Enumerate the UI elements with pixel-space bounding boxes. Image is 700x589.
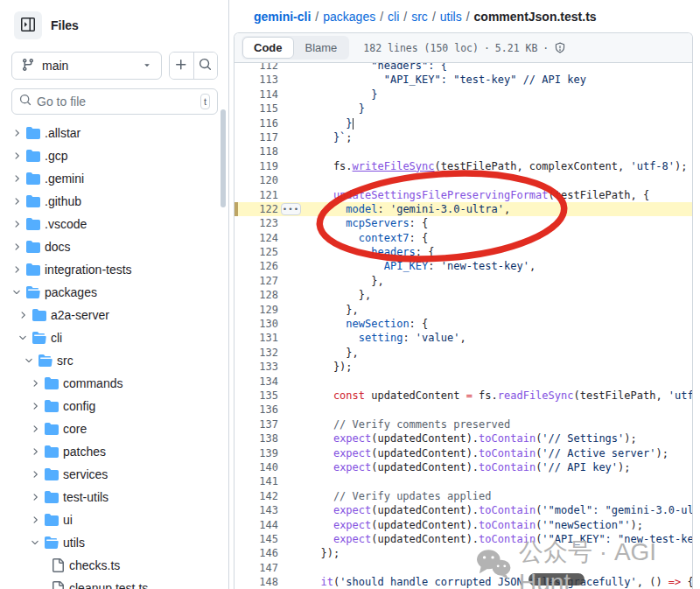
breadcrumb-separator: / [311,10,323,24]
tree-folder-services[interactable]: services [0,463,228,486]
line-gutter [278,88,308,102]
line-gutter [278,331,308,345]
code-line-129: 129 }, [234,303,692,317]
tree-folder-commands[interactable]: commands [0,372,228,395]
line-gutter: ••• [278,202,308,216]
add-file-button[interactable] [170,53,194,79]
line-number[interactable]: 146 [234,546,278,560]
line-number[interactable]: 144 [234,518,278,532]
tree-folder-src[interactable]: src [0,349,228,372]
line-number[interactable]: 120 [234,173,278,187]
line-number[interactable]: 145 [234,532,278,546]
shield-icon[interactable] [554,42,566,54]
tree-folder-config[interactable]: config [0,395,228,417]
folder-icon [32,308,46,322]
line-number[interactable]: 137 [234,417,278,431]
tree-folder-docs[interactable]: docs [0,235,228,258]
chevron-right-icon [30,378,40,389]
line-number[interactable]: 139 [234,446,278,460]
line-number[interactable]: 116 [234,116,278,130]
tree-folder-packages[interactable]: packages [0,281,228,304]
tree-folder--gemini[interactable]: .gemini [0,167,228,190]
breadcrumb-link-packages[interactable]: packages [323,10,375,24]
breadcrumb-link-cli[interactable]: cli [388,10,399,24]
line-actions-button[interactable]: ••• [281,203,301,215]
tree-folder-patches[interactable]: patches [0,440,228,463]
tree-folder--github[interactable]: .github [0,190,228,213]
line-number[interactable]: 130 [234,317,278,331]
chevron-right-icon [11,242,22,252]
tree-item-label: checks.ts [69,558,120,572]
tree-folder-utils[interactable]: utils [0,531,228,554]
line-number[interactable]: 136 [234,403,278,417]
breadcrumb-link-utils[interactable]: utils [440,10,462,24]
code-text: expect(updatedContent).toContain('// Act… [308,446,668,460]
line-number[interactable]: 138 [234,431,278,445]
line-number[interactable]: 112 [234,63,278,73]
tree-folder-test-utils[interactable]: test-utils [0,486,228,508]
breadcrumb-repo-link[interactable]: gemini-cli [254,10,311,24]
folder-icon [26,126,40,140]
breadcrumb-separator: / [462,10,474,24]
tree-folder-core[interactable]: core [0,417,228,440]
line-number[interactable]: 113 [234,73,278,87]
tree-folder-a2a-server[interactable]: a2a-server [0,304,228,326]
tree-file-checks-ts[interactable]: checks.ts [0,554,228,577]
goto-file-field[interactable]: t [11,88,218,115]
line-number[interactable]: 132 [234,346,278,360]
tree-file-cleanup-test-ts[interactable]: cleanup.test.ts [0,577,228,589]
branch-name: main [42,59,135,73]
line-number[interactable]: 129 [234,303,278,317]
line-number[interactable]: 131 [234,331,278,345]
tree-folder--vscode[interactable]: .vscode [0,213,228,235]
line-number[interactable]: 147 [234,561,278,575]
tree-folder-cli[interactable]: cli [0,326,228,349]
line-number[interactable]: 133 [234,360,278,374]
line-number[interactable]: 143 [234,503,278,517]
tree-folder--gcp[interactable]: .gcp [0,144,228,167]
line-number[interactable]: 135 [234,389,278,403]
code-text: expect(updatedContent).toContain('"newSe… [308,518,643,532]
branch-selector[interactable]: main [11,52,162,80]
code-text: // Verify updates applied [308,489,492,503]
code-line-128: 128 }, [234,288,692,302]
collapse-sidebar-button[interactable] [14,11,42,39]
line-number[interactable]: 128 [234,288,278,302]
tree-folder-ui[interactable]: ui [0,508,228,531]
goto-file-input[interactable] [37,95,195,109]
line-number[interactable]: 118 [234,144,278,158]
tree-folder--allstar[interactable]: .allstar [0,122,228,144]
line-number[interactable]: 122 [234,202,278,216]
line-number[interactable]: 134 [234,375,278,389]
code-text: fs.writeFileSync(testFilePath, complexCo… [308,159,688,173]
code-line-126: 126 API_KEY: 'new-test-key', [234,259,692,273]
line-number[interactable]: 140 [234,460,278,474]
line-number[interactable]: 127 [234,274,278,288]
line-gutter [278,532,308,546]
line-number[interactable]: 142 [234,489,278,503]
breadcrumb-link-src[interactable]: src [411,10,428,24]
tab-code[interactable]: Code [242,37,294,59]
line-number[interactable]: 121 [234,188,278,202]
line-gutter [278,288,308,302]
search-tree-button[interactable] [194,53,218,79]
line-number[interactable]: 119 [234,159,278,173]
line-number[interactable]: 115 [234,102,278,116]
line-number[interactable]: 126 [234,259,278,273]
line-number[interactable]: 124 [234,231,278,245]
line-number[interactable]: 141 [234,474,278,488]
line-number[interactable]: 123 [234,216,278,230]
code-text: expect(updatedContent).toContain('"model… [308,503,692,517]
tree-item-label: cli [51,331,62,345]
code-text: const updatedContent = fs.readFileSync(t… [308,389,692,403]
line-number[interactable]: 125 [234,245,278,259]
line-number[interactable]: 117 [234,130,278,144]
tree-folder-integration-tests[interactable]: integration-tests [0,258,228,281]
sidebar-scrollbar[interactable] [220,109,226,207]
code-line-127: 127 }, [234,274,692,288]
code-line-122: 122••• model: 'gemini-3.0-ultra', [234,202,692,216]
tree-item-label: ui [63,513,73,527]
line-number[interactable]: 148 [234,575,278,589]
tab-blame[interactable]: Blame [294,37,349,59]
line-number[interactable]: 114 [234,88,278,102]
